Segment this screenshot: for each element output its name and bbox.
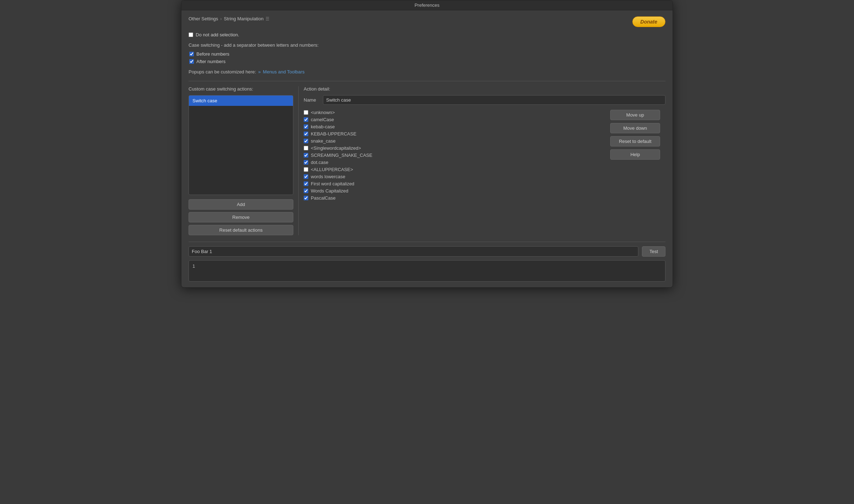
donate-button[interactable]: Donate [632,16,665,27]
after-numbers-row: After numbers [189,59,665,64]
action-detail-label: Action detail: [304,86,665,92]
case-label[interactable]: kebab-case [311,124,335,129]
case-row: KEBAB-UPPERCASE [304,131,605,137]
case-label[interactable]: First word capitalized [311,181,354,186]
before-numbers-label[interactable]: Before numbers [196,51,230,57]
case-switching-options: Before numbers After numbers [189,51,665,64]
case-checkbox[interactable] [304,124,308,129]
case-row: PascalCase [304,195,605,201]
case-checkbox[interactable] [304,189,308,193]
right-inner: <unknown>camelCasekebab-caseKEBAB-UPPERC… [304,110,665,201]
move-up-button[interactable]: Move up [610,110,660,120]
test-button[interactable]: Test [642,246,665,257]
output-area: 1 [189,260,665,282]
add-button[interactable]: Add [189,199,293,210]
case-switching-label: Case switching - add a separator between… [189,42,665,48]
help-button[interactable]: Help [610,149,660,160]
menu-icon: ☰ [266,16,269,21]
case-label[interactable]: snake_case [311,138,335,144]
case-row: kebab-case [304,124,605,129]
after-numbers-checkbox[interactable] [189,59,194,64]
case-label[interactable]: <unknown> [311,110,335,115]
window-title: Preferences [415,2,439,8]
case-checkbox[interactable] [304,167,308,172]
right-panel: Action detail: Name <unknown>camelCaseke… [298,86,665,235]
case-row: Words Capitalized [304,188,605,194]
preferences-window: Preferences Other Settings › String Mani… [181,0,673,288]
case-row: snake_case [304,138,605,144]
name-input[interactable] [323,95,665,105]
case-row: <unknown> [304,110,605,115]
move-down-button[interactable]: Move down [610,123,660,133]
case-row: dot.case [304,160,605,165]
case-checkbox[interactable] [304,153,308,158]
left-panel-buttons: Add Remove Reset default actions [189,199,293,235]
case-checkbox[interactable] [304,132,308,136]
name-label: Name [304,97,319,103]
do-not-add-label[interactable]: Do not add selection. [196,32,239,37]
left-panel: Custom case switching actions: Switch ca… [189,86,298,235]
case-row: First word capitalized [304,181,605,186]
case-checkbox[interactable] [304,174,308,179]
case-checkbox[interactable] [304,146,308,150]
cases-column: <unknown>camelCasekebab-caseKEBAB-UPPERC… [304,110,605,201]
case-checkbox[interactable] [304,117,308,122]
case-row: SCREAMING_SNAKE_CASE [304,153,605,158]
reset-to-default-button[interactable]: Reset to default [610,136,660,146]
test-area: Test 1 [189,242,665,282]
before-numbers-checkbox[interactable] [189,52,194,56]
case-label[interactable]: Words Capitalized [311,188,348,194]
breadcrumb-separator: › [220,16,222,21]
test-row: Test [189,246,665,257]
case-row: camelCase [304,117,605,122]
case-label[interactable]: <Singlewordcapitalized> [311,145,361,151]
main-area: Custom case switching actions: Switch ca… [189,81,665,235]
case-row: <ALLUPPERCASE> [304,167,605,172]
case-list: <unknown>camelCasekebab-caseKEBAB-UPPERC… [304,110,605,201]
case-label[interactable]: SCREAMING_SNAKE_CASE [311,153,372,158]
popups-row: Popups can be customized here: » Menus a… [189,69,665,74]
case-label[interactable]: <ALLUPPERCASE> [311,167,353,172]
after-numbers-label[interactable]: After numbers [196,59,226,64]
name-row: Name [304,95,665,105]
case-label[interactable]: dot.case [311,160,328,165]
case-label[interactable]: KEBAB-UPPERCASE [311,131,356,137]
breadcrumb-current: String Manipulation [224,16,263,21]
before-numbers-row: Before numbers [189,51,665,57]
title-bar: Preferences [181,0,673,10]
do-not-add-checkbox[interactable] [189,32,193,37]
action-list-item[interactable]: Switch case [189,96,293,106]
menus-toolbars-link[interactable]: Menus and Toolbars [263,69,305,74]
case-label[interactable]: PascalCase [311,195,335,201]
popups-label: Popups can be customized here: [189,69,256,74]
case-label[interactable]: camelCase [311,117,334,122]
case-row: words lowercase [304,174,605,179]
popups-arrow: » [258,69,261,74]
test-input[interactable] [189,246,638,257]
case-checkbox[interactable] [304,196,308,200]
case-row: <Singlewordcapitalized> [304,145,605,151]
case-checkbox[interactable] [304,110,308,115]
reset-default-button[interactable]: Reset default actions [189,225,293,235]
breadcrumb: Other Settings › String Manipulation ☰ [189,16,269,21]
output-value: 1 [192,263,195,269]
breadcrumb-parent[interactable]: Other Settings [189,16,218,21]
actions-column: Move up Move down Reset to default Help [610,110,665,201]
remove-button[interactable]: Remove [189,212,293,222]
action-list: Switch case [189,95,293,195]
case-checkbox[interactable] [304,181,308,186]
case-checkbox[interactable] [304,139,308,143]
custom-actions-label: Custom case switching actions: [189,86,293,92]
do-not-add-row: Do not add selection. [189,32,665,37]
case-label[interactable]: words lowercase [311,174,345,179]
case-checkbox[interactable] [304,160,308,165]
